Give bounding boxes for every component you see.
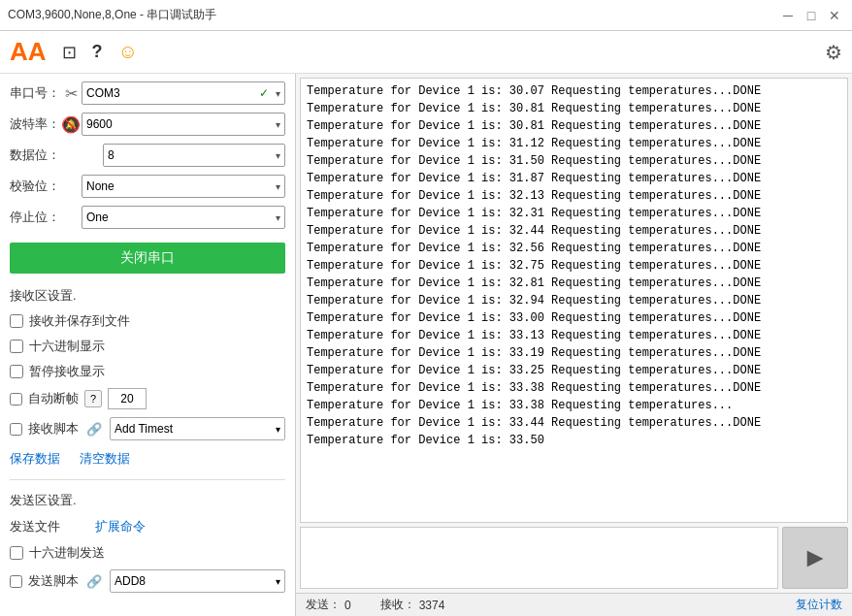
send-script-select[interactable]: ADD8 ▾ [110,569,285,593]
hex-display-label: 十六进制显示 [29,338,105,355]
parity-value: None [86,179,272,193]
save-to-file-row: 接收并保存到文件 [10,312,285,330]
auto-frame-help-button[interactable]: ? [84,390,102,407]
left-panel: 串口号： ✂ COM3 ✓ ▾ 波特率： 🔕 9600 ▾ 数据位： 8 ▾ [0,74,296,616]
window-controls: ─ □ ✕ [778,6,844,25]
baud-value: 9600 [86,117,272,131]
auto-frame-checkbox[interactable] [10,393,22,405]
receive-script-arrow: ▾ [276,424,280,435]
settings-icon[interactable]: ⚙ [825,41,842,64]
receive-line: Temperature for Device 1 is: 30.07 Reque… [307,82,841,100]
data-bits-spacer [60,145,82,166]
save-data-link[interactable]: 保存数据 [10,450,60,468]
hex-send-checkbox[interactable] [10,546,23,560]
send-button[interactable]: ► [782,527,848,589]
send-count-label: 发送： [306,597,341,613]
receive-line: Temperature for Device 1 is: 33.00 Reque… [307,309,841,327]
receive-line: Temperature for Device 1 is: 32.94 Reque… [307,292,841,309]
baud-row: 波特率： 🔕 9600 ▾ [10,113,285,136]
baud-select[interactable]: 9600 ▾ [82,113,285,136]
hex-display-checkbox[interactable] [10,340,23,353]
hex-send-row: 十六进制发送 [10,544,285,562]
receive-script-icon: 🔗 [86,422,102,437]
receive-line: Temperature for Device 1 is: 30.81 Reque… [307,117,841,135]
stop-bits-select[interactable]: One ▾ [82,206,285,229]
port-row: 串口号： ✂ COM3 ✓ ▾ [10,81,285,105]
data-bits-value: 8 [108,148,272,162]
save-to-file-checkbox[interactable] [10,314,23,328]
send-arrow-icon: ► [802,542,829,573]
port-select[interactable]: COM3 ✓ ▾ [82,81,285,105]
title-bar: COM3,9600,None,8,One - 串口调试助手 ─ □ ✕ [0,0,852,31]
receive-line: Temperature for Device 1 is: 33.38 Reque… [307,379,841,397]
stop-bits-value: One [86,211,272,224]
receive-script-value: Add Timest [115,422,173,436]
auto-frame-input[interactable] [108,388,147,409]
parity-dropdown-arrow: ▾ [272,181,280,192]
port-check: ✓ [259,86,269,100]
right-panel: Temperature for Device 1 is: 30.07 Reque… [296,74,852,616]
receive-script-checkbox[interactable] [10,423,22,436]
maximize-button[interactable]: □ [802,6,821,25]
receive-line: Temperature for Device 1 is: 32.75 Reque… [307,257,841,275]
close-button[interactable]: ✕ [825,6,844,25]
hex-display-row: 十六进制显示 [10,338,285,355]
reset-count-link[interactable]: 复位计数 [796,597,842,613]
receive-script-row: 接收脚本 🔗 Add Timest ▾ [10,417,285,440]
data-bits-label: 数据位： [10,146,60,164]
send-script-value: ADD8 [115,574,146,588]
pause-receive-checkbox[interactable] [10,365,23,378]
pause-receive-label: 暂停接收显示 [29,363,105,380]
smile-icon[interactable]: ☺ [118,41,138,63]
send-file-label: 发送文件 [10,518,60,535]
data-bits-select[interactable]: 8 ▾ [103,144,285,167]
receive-line: Temperature for Device 1 is: 32.31 Reque… [307,205,841,222]
receive-line: Temperature for Device 1 is: 32.81 Reque… [307,275,841,292]
font-icon[interactable]: AA [10,37,47,67]
receive-line: Temperature for Device 1 is: 31.50 Reque… [307,152,841,170]
parity-row: 校验位： None ▾ [10,175,285,198]
send-count-value: 0 [344,599,351,612]
auto-frame-row: 自动断帧 ? [10,388,285,409]
receive-count-item: 接收： 3374 [380,597,445,613]
clear-data-link[interactable]: 清空数据 [80,450,130,468]
crop-icon[interactable]: ⊡ [62,42,77,63]
stop-bits-label: 停止位： [10,209,60,226]
port-icon: ✂ [60,82,82,104]
send-script-label: 发送脚本 [28,572,79,590]
send-script-checkbox[interactable] [10,575,22,588]
data-bits-row: 数据位： 8 ▾ [10,144,285,167]
send-script-arrow: ▾ [276,576,280,587]
help-icon[interactable]: ? [92,42,103,62]
receive-line: Temperature for Device 1 is: 33.50 [307,432,841,449]
receive-line: Temperature for Device 1 is: 30.81 Reque… [307,100,841,117]
receive-line: Temperature for Device 1 is: 33.25 Reque… [307,362,841,379]
send-script-row: 发送脚本 🔗 ADD8 ▾ [10,569,285,593]
expand-cmd-link[interactable]: 扩展命令 [95,518,146,535]
data-bits-dropdown-arrow: ▾ [272,150,280,161]
status-bar: 发送： 0 接收： 3374 复位计数 [296,593,852,616]
minimize-button[interactable]: ─ [778,6,798,25]
receive-line: Temperature for Device 1 is: 33.19 Reque… [307,344,841,362]
stop-bits-dropdown-arrow: ▾ [272,212,280,223]
toolbar-left: AA ⊡ ? ☺ [10,37,138,67]
receive-line: Temperature for Device 1 is: 33.13 Reque… [307,327,841,344]
window-title: COM3,9600,None,8,One - 串口调试助手 [8,7,216,23]
close-serial-button[interactable]: 关闭串口 [10,243,285,274]
receive-line: Temperature for Device 1 is: 32.44 Reque… [307,222,841,240]
receive-line: Temperature for Device 1 is: 31.12 Reque… [307,135,841,152]
baud-dropdown-arrow: ▾ [272,119,280,130]
main-content: 串口号： ✂ COM3 ✓ ▾ 波特率： 🔕 9600 ▾ 数据位： 8 ▾ [0,74,852,616]
send-file-row: 发送文件 扩展命令 [10,518,285,535]
port-dropdown-arrow: ▾ [272,88,280,99]
send-text-input[interactable] [300,527,778,589]
receive-script-select[interactable]: Add Timest ▾ [110,417,285,440]
parity-select[interactable]: None ▾ [82,175,285,198]
receive-count-label: 接收： [380,597,415,613]
parity-label: 校验位： [10,178,60,195]
port-label: 串口号： [10,84,60,102]
divider [10,479,285,480]
send-area-bottom: ► [300,527,848,589]
send-settings-title: 发送区设置. [10,492,285,509]
receive-count-value: 3374 [419,599,445,612]
